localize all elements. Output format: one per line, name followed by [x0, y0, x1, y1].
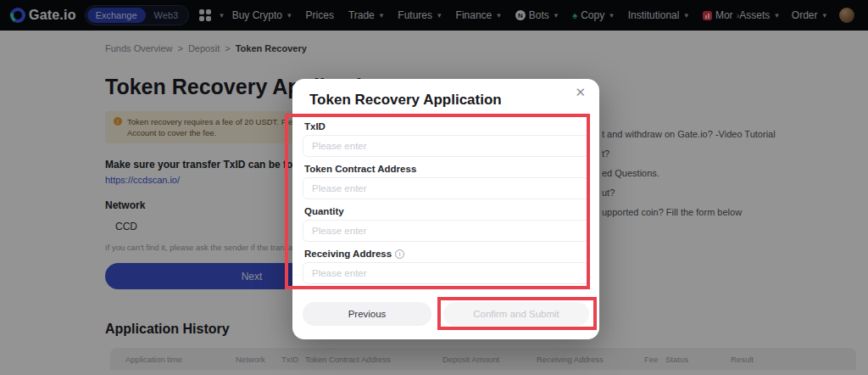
- quantity-input[interactable]: [303, 220, 589, 242]
- txid-label: TxID: [304, 121, 326, 132]
- gate-io-screen: Gate.io Exchange Web3 Buy Crypto Prices …: [0, 0, 868, 375]
- token-contract-address-label: Token Contract Address: [304, 164, 416, 174]
- token-contract-address-input[interactable]: [303, 177, 589, 199]
- txid-input[interactable]: [303, 135, 589, 157]
- previous-button[interactable]: Previous: [303, 302, 431, 326]
- confirm-and-submit-button[interactable]: Confirm and Submit: [443, 302, 589, 326]
- info-icon[interactable]: i: [395, 249, 404, 259]
- close-icon[interactable]: ✕: [575, 86, 586, 98]
- receiving-address-label: Receiving Addressi: [304, 249, 404, 259]
- token-recovery-modal: Token Recovery Application ✕ TxID Token …: [292, 79, 599, 339]
- quantity-label: Quantity: [304, 206, 344, 216]
- modal-title: Token Recovery Application: [309, 92, 502, 109]
- receiving-address-input[interactable]: [303, 262, 589, 284]
